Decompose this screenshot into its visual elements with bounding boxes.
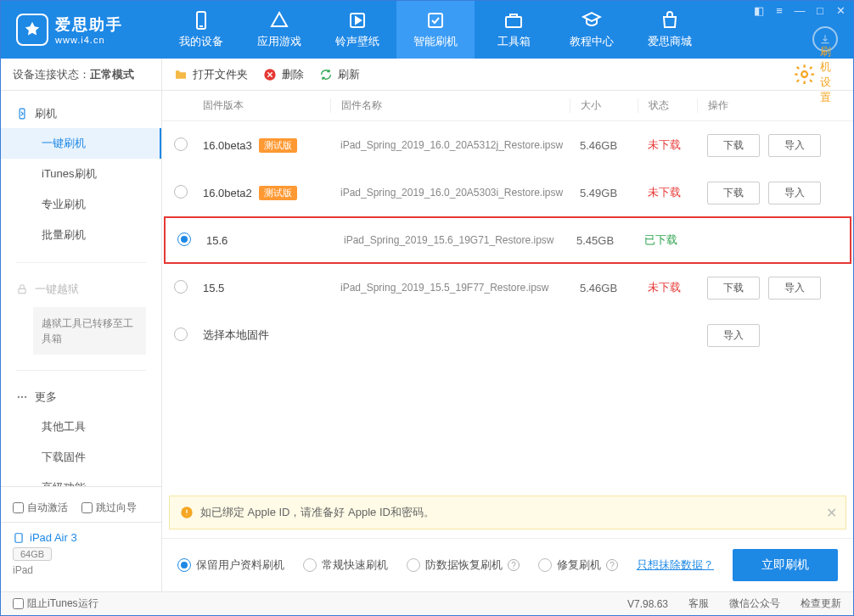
app-subtitle: www.i4.cn (55, 35, 123, 45)
option-normal[interactable]: 常规快速刷机 (303, 557, 388, 573)
flash-options: 保留用户资料刷机 常规快速刷机 防数据恢复刷机? 修复刷机? 只想抹除数据？ 立… (162, 538, 853, 591)
maximize-icon[interactable]: □ (814, 4, 826, 16)
svg-rect-4 (506, 17, 521, 27)
sidebar-item-download-firmware[interactable]: 下载固件 (1, 442, 161, 473)
firmware-filename: iPad_Spring_2019_15.5_19F77_Restore.ipsw (330, 282, 570, 294)
option-anti-recovery[interactable]: 防数据恢复刷机? (407, 557, 520, 573)
help-icon[interactable]: ? (508, 559, 520, 571)
block-itunes-checkbox[interactable]: 阻止iTunes运行 (13, 596, 98, 611)
firmware-row[interactable]: 15.5 iPad_Spring_2019_15.5_19F77_Restore… (162, 264, 853, 311)
gear-icon (793, 63, 816, 86)
flash-now-button[interactable]: 立即刷机 (733, 549, 838, 581)
device-info[interactable]: iPad Air 3 64GB iPad (1, 522, 161, 585)
firmware-version: 16.0beta3 (203, 139, 252, 152)
tab-my-device[interactable]: 我的设备 (162, 1, 240, 59)
row-radio[interactable] (174, 185, 188, 199)
svg-rect-6 (19, 288, 25, 293)
connection-status: 设备连接状态：正常模式 (1, 59, 161, 91)
customer-service-link[interactable]: 客服 (688, 596, 709, 611)
firmware-row[interactable]: 16.0beta2测试版 iPad_Spring_2019_16.0_20A53… (162, 169, 853, 216)
row-radio[interactable] (174, 137, 188, 151)
sidebar-group-jailbreak: 一键越狱 (1, 275, 161, 304)
help-icon[interactable]: ? (606, 559, 618, 571)
import-button[interactable]: 导入 (768, 182, 821, 204)
svg-point-8 (21, 396, 23, 398)
open-folder-button[interactable]: 打开文件夹 (174, 67, 248, 82)
import-button[interactable]: 导入 (707, 324, 760, 347)
delete-button[interactable]: 删除 (263, 67, 304, 82)
table-header: 固件版本 固件名称 大小 状态 操作 (162, 91, 853, 121)
beta-tag: 测试版 (259, 138, 297, 153)
header-action: 操作 (697, 98, 841, 113)
download-button[interactable]: 下载 (707, 277, 760, 300)
sidebar-item-itunes-flash[interactable]: iTunes刷机 (1, 159, 161, 189)
row-radio[interactable] (174, 280, 188, 294)
firmware-filename: iPad_Spring_2019_16.0_20A5312j_Restore.i… (330, 139, 570, 151)
tab-flash[interactable]: 智能刷机 (396, 1, 475, 59)
folder-icon (174, 68, 188, 81)
svg-rect-10 (15, 533, 22, 542)
device-type: iPad (13, 564, 149, 576)
option-repair[interactable]: 修复刷机? (538, 557, 618, 573)
device-storage-badge: 64GB (13, 547, 52, 561)
skip-guide-checkbox[interactable]: 跳过向导 (81, 501, 137, 515)
header-status: 状态 (638, 98, 697, 113)
select-local-row[interactable]: 选择本地固件 导入 (162, 311, 853, 359)
download-status: 未下载 (648, 186, 681, 199)
wechat-link[interactable]: 微信公众号 (729, 596, 780, 611)
firmware-size: 5.46GB (570, 282, 638, 294)
row-radio[interactable] (174, 328, 188, 341)
row-radio[interactable] (177, 232, 191, 246)
tab-apps[interactable]: 应用游戏 (240, 1, 318, 59)
tab-toolbox[interactable]: 工具箱 (475, 1, 553, 59)
logo-icon (16, 14, 48, 46)
check-update-link[interactable]: 检查更新 (801, 596, 841, 611)
sidebar-item-pro-flash[interactable]: 专业刷机 (1, 189, 161, 220)
erase-data-link[interactable]: 只想抹除数据？ (637, 557, 714, 573)
svg-point-12 (801, 71, 807, 77)
menu-icon[interactable]: ≡ (773, 4, 785, 16)
svg-rect-5 (20, 109, 25, 119)
sidebar-item-one-key-flash[interactable]: 一键刷机 (1, 128, 161, 159)
more-icon (16, 391, 28, 403)
select-local-label: 选择本地固件 (203, 328, 697, 343)
close-icon[interactable]: ✕ (834, 4, 846, 16)
tab-store[interactable]: 爱思商城 (631, 1, 709, 59)
lock-icon (16, 283, 28, 295)
sidebar-group-more[interactable]: 更多 (1, 383, 161, 412)
svg-rect-3 (429, 14, 442, 27)
tab-ringtone[interactable]: 铃声壁纸 (318, 1, 396, 59)
firmware-row[interactable]: 16.0beta3测试版 iPad_Spring_2019_16.0_20A53… (162, 121, 853, 169)
status-bar: 阻止iTunes运行 V7.98.63 客服 微信公众号 检查更新 (1, 591, 853, 615)
notice-close-icon[interactable]: ✕ (826, 505, 837, 521)
import-button[interactable]: 导入 (768, 277, 821, 300)
app-title: 爱思助手 (55, 14, 123, 35)
import-button[interactable]: 导入 (768, 134, 821, 157)
minimize-icon[interactable]: — (794, 4, 806, 16)
refresh-button[interactable]: 刷新 (319, 67, 360, 82)
warning-icon (180, 506, 194, 519)
sidebar: 设备连接状态：正常模式 刷机 一键刷机 iTunes刷机 专业刷机 批量刷机 一… (1, 59, 162, 591)
firmware-size: 5.45GB (566, 234, 634, 247)
auto-activate-checkbox[interactable]: 自动激活 (13, 501, 68, 515)
sidebar-group-flash[interactable]: 刷机 (1, 99, 161, 128)
firmware-table: 16.0beta3测试版 iPad_Spring_2019_16.0_20A53… (162, 121, 853, 496)
version-label: V7.98.63 (627, 598, 668, 610)
download-status: 已下载 (644, 233, 677, 246)
tab-tutorial[interactable]: 教程中心 (553, 1, 631, 59)
option-keep-data[interactable]: 保留用户资料刷机 (177, 557, 284, 573)
header-version: 固件版本 (203, 98, 330, 113)
app-header: 爱思助手 www.i4.cn 我的设备 应用游戏 铃声壁纸 智能刷机 工具箱 教… (1, 1, 853, 59)
download-button[interactable]: 下载 (707, 182, 760, 204)
skin-icon[interactable]: ◧ (753, 4, 765, 16)
firmware-version: 15.6 (206, 234, 228, 247)
firmware-size: 5.49GB (570, 187, 638, 199)
firmware-row[interactable]: 15.6 iPad_Spring_2019_15.6_19G71_Restore… (164, 216, 851, 264)
sidebar-item-other-tools[interactable]: 其他工具 (1, 412, 161, 442)
header-size: 大小 (570, 98, 638, 113)
svg-point-7 (18, 396, 20, 398)
sidebar-item-advanced[interactable]: 高级功能 (1, 473, 161, 486)
sidebar-item-batch-flash[interactable]: 批量刷机 (1, 220, 161, 250)
device-icon (13, 532, 25, 544)
download-button[interactable]: 下载 (707, 134, 760, 157)
